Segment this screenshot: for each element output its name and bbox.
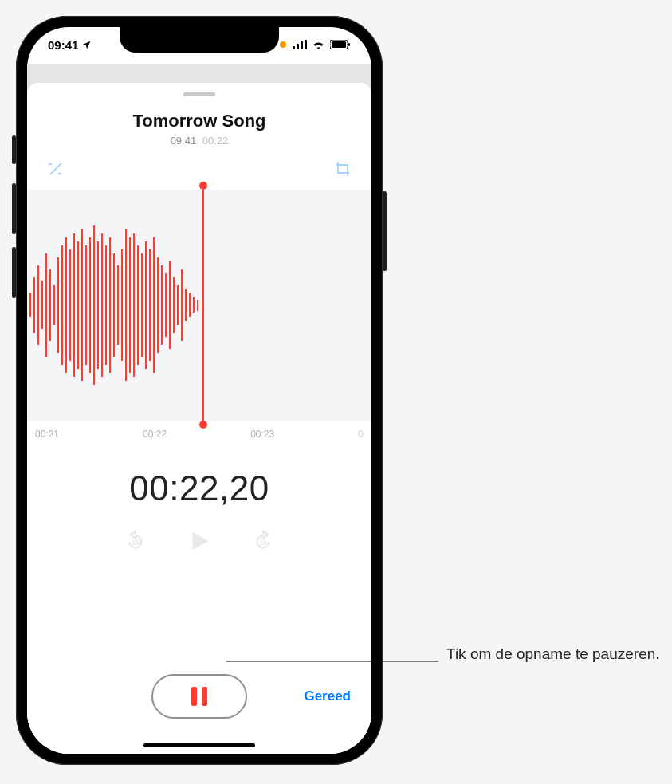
playhead-line — [202, 190, 204, 421]
skip-fwd-label: 15 — [259, 539, 267, 547]
playhead-handle-top[interactable] — [199, 182, 207, 190]
elapsed-time: 00:22,20 — [27, 468, 371, 508]
svg-rect-0 — [293, 46, 295, 49]
sheet-backdrop: Tomorrow Song 09:41 00:22 — [27, 64, 371, 754]
svg-rect-3 — [305, 40, 307, 49]
recording-indicator-dot — [280, 41, 286, 48]
recording-sheet: Tomorrow Song 09:41 00:22 — [27, 83, 371, 754]
play-button[interactable] — [186, 527, 213, 558]
timeline-tick: 00:21 — [35, 429, 59, 440]
playback-controls: 15 15 — [27, 527, 371, 558]
skip-back-button[interactable]: 15 — [124, 530, 147, 555]
svg-rect-1 — [297, 44, 299, 49]
recording-title: Tomorrow Song — [27, 111, 371, 131]
volume-down-button — [12, 247, 16, 298]
svg-rect-2 — [301, 41, 303, 49]
svg-rect-6 — [348, 43, 350, 46]
svg-rect-5 — [332, 41, 346, 48]
phone-frame: 09:41 — [16, 16, 383, 765]
timeline-tick: 00:22 — [143, 429, 167, 440]
callout-text: Tik om de opname te pauzeren. — [446, 644, 660, 664]
playhead-handle-bottom[interactable] — [199, 421, 207, 429]
recording-subtitle: 09:41 00:22 — [27, 135, 371, 147]
screen: 09:41 — [27, 27, 371, 754]
waveform — [27, 190, 210, 421]
volume-up-button — [12, 183, 16, 234]
skip-back-label: 15 — [132, 539, 140, 547]
sheet-grabber[interactable] — [183, 92, 215, 96]
recording-start-time: 09:41 — [171, 135, 197, 147]
enhance-icon[interactable] — [45, 158, 67, 180]
location-icon — [81, 40, 92, 50]
waveform-area[interactable] — [27, 190, 371, 421]
home-indicator[interactable] — [143, 743, 255, 747]
recording-duration: 00:22 — [202, 135, 229, 147]
status-time: 09:41 — [48, 38, 78, 52]
battery-icon — [330, 40, 351, 49]
pause-icon — [191, 687, 207, 706]
wifi-icon — [312, 40, 325, 49]
done-button[interactable]: Gereed — [304, 688, 351, 704]
trim-icon[interactable] — [332, 158, 354, 180]
mute-switch — [12, 135, 16, 164]
notch — [120, 27, 279, 53]
skip-forward-button[interactable]: 15 — [251, 530, 275, 555]
timeline-tick: 00:23 — [250, 429, 274, 440]
cellular-icon — [293, 40, 307, 49]
playhead[interactable] — [202, 182, 204, 429]
pause-record-button[interactable] — [151, 674, 247, 719]
timeline-tick: 0 — [358, 429, 364, 440]
power-button — [383, 191, 387, 271]
